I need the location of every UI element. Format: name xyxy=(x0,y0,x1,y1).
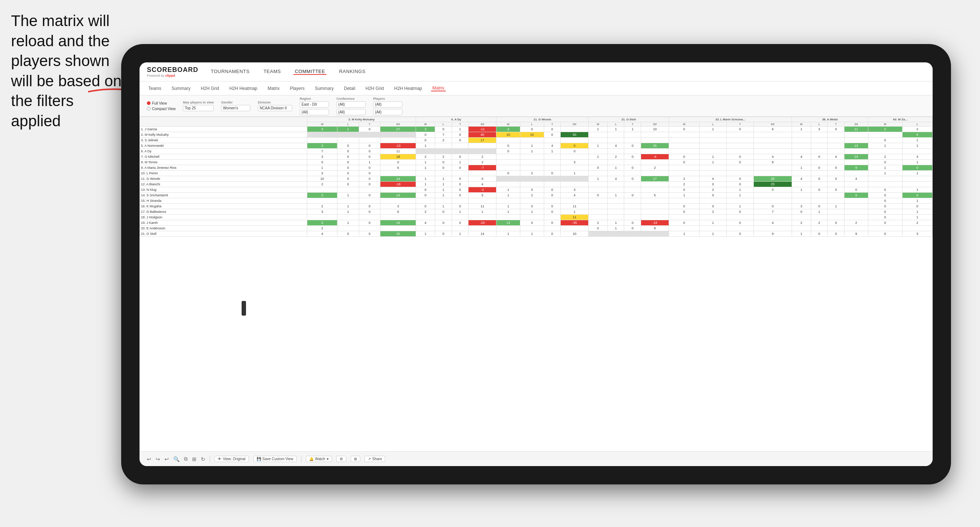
sub-nav-h2h-grid2[interactable]: H2H Grid xyxy=(364,86,385,91)
cell: 0 xyxy=(337,143,359,149)
cell: 0 xyxy=(496,171,520,176)
conference-select-2[interactable]: (All) xyxy=(336,109,366,115)
cell: 7 xyxy=(435,132,452,138)
cell xyxy=(845,149,869,154)
zoom-out-icon[interactable]: 🔍 xyxy=(173,456,180,462)
cell: 1 xyxy=(700,220,727,226)
cell: 1 xyxy=(868,143,902,149)
cell xyxy=(496,182,520,187)
refresh-icon[interactable]: ↻ xyxy=(201,456,205,462)
cell: 0 xyxy=(811,165,827,171)
cell: 1 xyxy=(496,209,520,215)
cell xyxy=(307,187,337,193)
cell xyxy=(561,226,589,231)
cell xyxy=(811,171,827,176)
save-custom-view-button[interactable]: 💾 Save Custom View xyxy=(253,456,297,462)
cell: 0 xyxy=(359,193,380,198)
sub-nav-h2h-heatmap[interactable]: H2H Heatmap xyxy=(228,86,259,91)
cell: 0 xyxy=(845,187,869,193)
cell: 0 xyxy=(868,198,902,204)
cell: 0 xyxy=(792,209,811,215)
division-select[interactable]: NCAA Division II xyxy=(258,105,292,111)
cell: 5 xyxy=(641,193,669,198)
player-name: 14. S Srichantamit xyxy=(140,193,307,198)
region-select-1[interactable]: East - DII xyxy=(300,101,329,108)
cell: 11 xyxy=(845,127,869,132)
redo-icon[interactable]: ↪ xyxy=(156,456,160,462)
sub-nav-h2h-heatmap2[interactable]: H2H Heatmap xyxy=(393,86,423,91)
cell xyxy=(845,138,869,143)
players-select-2[interactable]: (All) xyxy=(373,109,402,115)
share-button[interactable]: ↗ Share xyxy=(364,456,385,462)
max-players-select[interactable]: Top 25 xyxy=(183,105,214,111)
expand-icon[interactable]: ⊞ xyxy=(192,456,196,462)
sub-nav-matrix2[interactable]: Matrix xyxy=(431,86,446,91)
toolbar-sep1 xyxy=(210,456,210,463)
sub-nav-teams[interactable]: Teams xyxy=(147,86,163,91)
nav-committee[interactable]: COMMITTEE xyxy=(293,68,327,75)
cell xyxy=(589,209,608,215)
cell xyxy=(811,160,827,165)
sub-nav-summary[interactable]: Summary xyxy=(170,86,192,91)
table-row: 6. A Dy 7 0 0 11 0 1 1 0 xyxy=(140,149,932,154)
sub-nav-detail[interactable]: Detail xyxy=(342,86,357,91)
sub-col-t5: T xyxy=(727,122,754,127)
sub-col-d5: Dif xyxy=(753,122,792,127)
cell: 0 xyxy=(544,171,561,176)
nav-teams[interactable]: TEAMS xyxy=(262,68,282,75)
copy-icon[interactable]: ⧉ xyxy=(184,456,188,462)
undo-icon[interactable]: ↩ xyxy=(147,456,151,462)
watch-button[interactable]: 🔔 Watch ▾ xyxy=(306,456,332,462)
cell xyxy=(496,176,520,182)
player-name: 12. A Bianchi xyxy=(140,182,307,187)
sub-col-w5: W xyxy=(669,122,700,127)
nav-rankings[interactable]: RANKINGS xyxy=(337,68,367,75)
gender-select[interactable]: Women's xyxy=(221,105,250,111)
cell: 1 xyxy=(544,149,561,154)
cell: 1 xyxy=(792,231,811,237)
sub-nav-players[interactable]: Players xyxy=(288,86,306,91)
full-view-radio[interactable] xyxy=(147,101,151,105)
cell xyxy=(753,132,792,138)
cell xyxy=(359,187,380,193)
compact-view-radio[interactable] xyxy=(147,107,151,111)
full-view-option[interactable]: Full View xyxy=(147,101,175,105)
cell xyxy=(845,226,869,231)
undo2-icon[interactable]: ↩ xyxy=(164,456,169,462)
cell: 0 xyxy=(868,187,902,193)
options-button[interactable]: ⚙ xyxy=(336,456,346,462)
compact-view-option[interactable]: Compact View xyxy=(147,107,175,111)
cell: 3 xyxy=(307,143,337,149)
table-row: 1. J Garcia 3 1 0 27 3 0 1 -11 4 0 0 xyxy=(140,127,932,132)
matrix-container[interactable]: 2. M Kelly Mulcahy 6. A Dy 11. G Woods 2… xyxy=(140,117,932,451)
players-select-1[interactable]: (All) xyxy=(373,101,402,108)
nav-tournaments[interactable]: TOURNAMENTS xyxy=(209,68,251,75)
sub-nav-matrix[interactable]: Matrix xyxy=(266,86,281,91)
max-players-label: Max players in view xyxy=(183,100,214,104)
sub-nav-h2h-grid[interactable]: H2H Grid xyxy=(199,86,221,91)
cell: 1 xyxy=(561,209,589,215)
cell: 25 xyxy=(753,182,792,187)
cell xyxy=(827,132,845,138)
conference-select-1[interactable]: (All) xyxy=(336,101,366,108)
cell: 1 xyxy=(727,187,754,193)
cell: 11 xyxy=(561,215,589,220)
sub-nav-summary2[interactable]: Summary xyxy=(313,86,335,91)
cell xyxy=(607,160,624,165)
region-select-2[interactable]: (All) xyxy=(300,109,329,115)
full-view-label: Full View xyxy=(152,101,167,105)
grid-button[interactable]: ⊞ xyxy=(351,456,360,462)
cell: 0 xyxy=(727,209,754,215)
view-original-button[interactable]: 👁 View: Original xyxy=(215,456,249,462)
cell: 17 xyxy=(469,138,496,143)
main-content[interactable]: 2. M Kelly Mulcahy 6. A Dy 11. G Woods 2… xyxy=(140,117,932,451)
cell: 19 xyxy=(380,220,416,226)
cell: 3 xyxy=(307,193,337,198)
sub-col-w4: W xyxy=(589,122,608,127)
cell: 0 xyxy=(544,204,561,209)
cell: 1 xyxy=(792,165,811,171)
player-name: 20. E Andersson xyxy=(140,226,307,231)
cell xyxy=(416,215,435,220)
cell xyxy=(868,226,902,231)
cell xyxy=(792,182,811,187)
